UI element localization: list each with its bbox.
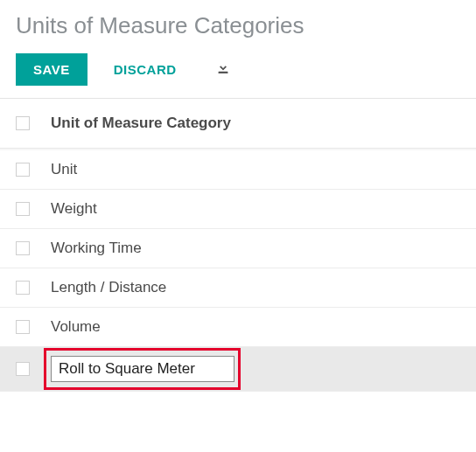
row-checkbox[interactable] <box>16 202 30 216</box>
table-row-editing[interactable] <box>0 347 476 392</box>
row-label: Length / Distance <box>51 279 166 296</box>
table-header-row: Unit of Measure Category <box>0 99 476 149</box>
svg-rect-0 <box>218 72 228 73</box>
table-row[interactable]: Unit <box>0 150 476 190</box>
save-button[interactable]: SAVE <box>16 53 88 86</box>
row-checkbox[interactable] <box>16 163 30 177</box>
table-row[interactable]: Volume <box>0 308 476 347</box>
row-checkbox[interactable] <box>16 362 30 376</box>
header: Units of Measure Categories SAVE DISCARD <box>0 0 476 98</box>
row-checkbox[interactable] <box>16 241 30 255</box>
discard-button[interactable]: DISCARD <box>96 53 194 86</box>
table-row[interactable]: Weight <box>0 190 476 229</box>
row-label: Volume <box>51 318 101 336</box>
table-row[interactable]: Working Time <box>0 229 476 268</box>
row-checkbox[interactable] <box>16 281 30 295</box>
category-name-input[interactable] <box>51 356 234 382</box>
column-header: Unit of Measure Category <box>51 115 231 132</box>
row-label: Weight <box>51 200 97 218</box>
row-label: Working Time <box>51 240 142 257</box>
table-row[interactable]: Length / Distance <box>0 268 476 308</box>
select-all-checkbox[interactable] <box>16 116 30 130</box>
page-title: Units of Measure Categories <box>16 12 460 39</box>
row-checkbox[interactable] <box>16 320 30 334</box>
row-label: Unit <box>51 161 77 178</box>
toolbar: SAVE DISCARD <box>16 53 460 98</box>
table-body: Unit Weight Working Time Length / Distan… <box>0 149 476 392</box>
download-icon <box>215 60 231 79</box>
export-button[interactable] <box>205 53 242 86</box>
